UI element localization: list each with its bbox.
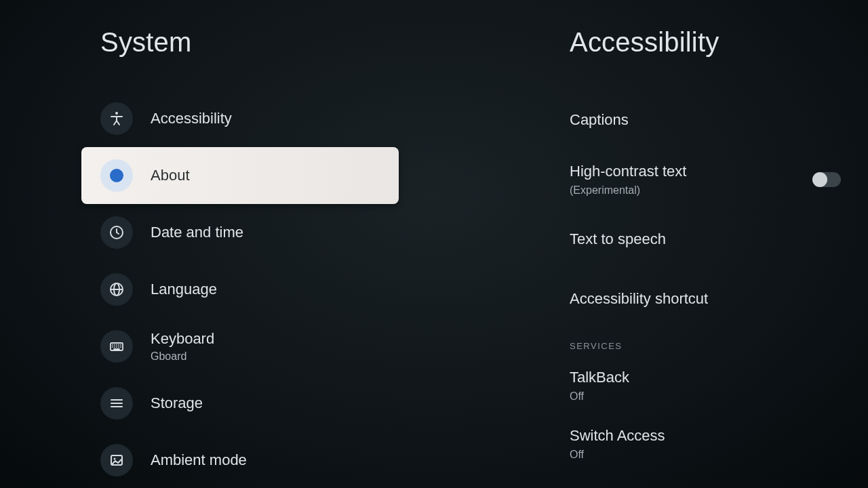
service-talkback[interactable]: TalkBack Off [570,357,841,415]
storage-icon [100,387,133,420]
option-high-contrast-text[interactable]: High-contrast text (Experimental) [570,150,841,209]
menu-item-ambient-mode[interactable]: Ambient mode [81,432,488,488]
accessibility-options-list: Captions High-contrast text (Experimenta… [570,90,841,473]
ambient-icon [100,444,133,476]
svg-point-11 [114,458,116,460]
menu-item-label: About [151,167,190,184]
option-label: High-contrast text [570,163,686,180]
menu-item-sublabel: Gboard [151,350,214,363]
accessibility-panel: Accessibility Captions High-contrast tex… [488,0,868,488]
option-label: Captions [570,111,629,129]
service-sublabel: Off [570,449,665,461]
svg-point-0 [115,112,118,115]
accessibility-icon [100,102,133,135]
clock-icon [100,216,133,249]
menu-item-label: Storage [151,394,203,412]
menu-item-keyboard[interactable]: Keyboard Gboard [81,318,488,375]
svg-point-2 [116,172,117,174]
svg-point-8 [112,403,113,404]
menu-item-about[interactable]: About [81,147,399,204]
system-menu-list: Accessibility About Date and time [100,90,488,488]
menu-item-date-time[interactable]: Date and time [81,204,488,261]
option-label: Text to speech [570,230,666,248]
menu-item-label: Language [151,281,217,298]
service-sublabel: Off [570,390,629,403]
menu-item-label: Date and time [151,224,243,241]
menu-item-label: Ambient mode [151,451,247,469]
system-panel: System Accessibility About [0,0,488,488]
service-label: Switch Access [570,427,665,445]
option-label: Accessibility shortcut [570,290,708,308]
menu-item-label: Keyboard [151,330,214,348]
menu-item-storage[interactable]: Storage [81,375,488,432]
menu-item-label: Accessibility [151,110,232,127]
toggle-knob [812,172,827,187]
services-section-label: SERVICES [570,341,841,351]
option-captions[interactable]: Captions [570,90,841,150]
system-panel-title: System [100,27,488,58]
menu-item-language[interactable]: Language [81,261,488,318]
keyboard-icon [100,330,133,363]
service-switch-access[interactable]: Switch Access Off [570,415,841,473]
option-accessibility-shortcut[interactable]: Accessibility shortcut [570,269,841,329]
svg-point-9 [112,406,113,407]
menu-item-accessibility[interactable]: Accessibility [81,90,488,147]
option-sublabel: (Experimental) [570,184,686,197]
globe-icon [100,273,133,306]
svg-point-7 [112,399,113,401]
option-text-to-speech[interactable]: Text to speech [570,209,841,269]
info-icon [100,159,133,192]
high-contrast-toggle[interactable] [812,172,841,187]
accessibility-panel-title: Accessibility [570,27,841,58]
service-label: TalkBack [570,369,629,386]
